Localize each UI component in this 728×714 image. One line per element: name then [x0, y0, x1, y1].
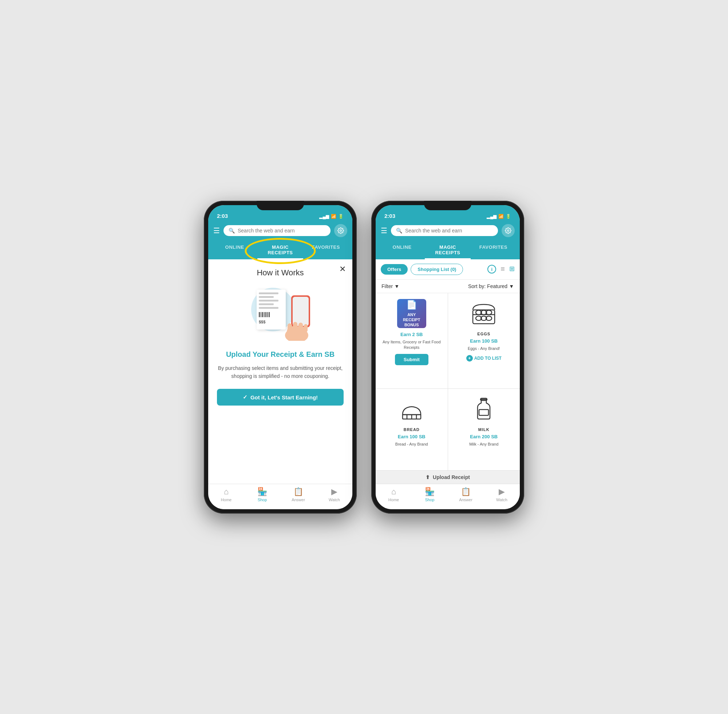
sort-label: Sort by: Featured	[468, 284, 507, 289]
header-1: ☰ 🔍	[208, 221, 352, 241]
eggs-name: EGGS	[477, 332, 490, 336]
signal-icon: ▂▄▆	[319, 214, 329, 219]
bottom-nav-2: ⌂ Home 🏪 Shop 📋 Answer ▶ Watch	[376, 484, 520, 509]
shop-icon-1: 🏪	[257, 487, 267, 496]
search-bar-2[interactable]: 🔍	[391, 225, 498, 236]
notch-2	[424, 201, 471, 210]
filter-button[interactable]: Filter ▼	[382, 284, 399, 289]
answer-icon-1: 📋	[293, 487, 303, 496]
nav-answer-label-1: Answer	[292, 498, 305, 502]
nav-shop-label-2: Shop	[425, 498, 435, 502]
nav-watch-2[interactable]: ▶ Watch	[484, 487, 520, 502]
shop-icon-2: 🏪	[425, 487, 435, 496]
product-card-eggs: EGGS Earn 100 SB Eggs - Any Brand! + ADD…	[448, 293, 520, 388]
list-view-icon[interactable]: ≡	[501, 265, 505, 273]
search-bar-1[interactable]: 🔍	[224, 225, 331, 236]
upload-receipt-label: Upload Receipt	[433, 474, 470, 480]
nav-watch-label-1: Watch	[329, 498, 340, 502]
screen-2: 2:03 ▂▄▆ 📶 🔋 ☰ 🔍	[376, 205, 520, 509]
screen-1: 2:03 ▂▄▆ 📶 🔋 ☰ 🔍	[208, 205, 352, 509]
gear-button-1[interactable]	[334, 224, 347, 237]
tab-magic-receipts-2[interactable]: MAGIC RECEIPTS	[425, 241, 470, 260]
tabs-container-1: ONLINE MAGIC RECEIPTS FAVORITES	[208, 241, 352, 260]
notch-1	[257, 201, 304, 210]
product-card-milk: MILK Earn 200 SB Milk - Any Brand	[448, 389, 520, 470]
upload-receipt-bar[interactable]: ⬆ Upload Receipt	[376, 470, 520, 484]
gear-button-2[interactable]	[502, 224, 515, 237]
hamburger-icon[interactable]: ☰	[213, 226, 220, 235]
search-input-2[interactable]	[405, 228, 493, 234]
filter-sort-row: Filter ▼ Sort by: Featured ▼	[376, 280, 520, 293]
nav-shop-label-1: Shop	[258, 498, 267, 502]
nav-home-label-1: Home	[221, 498, 232, 502]
grid-view-icon[interactable]: ⊞	[509, 265, 515, 273]
nav-home-1[interactable]: ⌂ Home	[208, 487, 244, 502]
subtab-offers[interactable]: Offers	[381, 264, 408, 274]
home-icon-2: ⌂	[391, 487, 396, 496]
status-time-1: 2:03	[217, 213, 228, 219]
svg-rect-2	[293, 297, 309, 326]
info-icon[interactable]: i	[487, 265, 496, 273]
nav-watch-1[interactable]: ▶ Watch	[316, 487, 352, 502]
product-card-bread: BREAD Earn 100 SB Bread - Any Brand	[376, 389, 448, 470]
any-receipt-earn: Earn 2 SB	[400, 332, 423, 337]
filter-label: Filter	[382, 284, 393, 289]
tab-magic-receipts-1[interactable]: MAGIC RECEIPTS	[257, 241, 303, 260]
add-to-list-eggs-button[interactable]: + ADD TO LIST	[466, 355, 502, 362]
receipt-illustration: $$$	[244, 284, 317, 342]
nav-shop-1[interactable]: 🏪 Shop	[244, 487, 280, 502]
svg-point-9	[507, 230, 509, 231]
home-icon-1: ⌂	[224, 487, 229, 496]
upload-title: Upload Your Receipt & Earn SB	[226, 350, 334, 359]
bread-image	[397, 394, 426, 424]
svg-rect-6	[293, 322, 297, 332]
any-receipt-text: ANY RECEIPT BONUS	[400, 312, 423, 328]
battery-icon: 🔋	[338, 214, 344, 219]
receipt-line-5	[259, 307, 278, 309]
eggs-image	[469, 299, 498, 328]
products-grid: 📄 ANY RECEIPT BONUS Earn 2 SB Any Items,…	[376, 293, 520, 470]
phones-container: 2:03 ▂▄▆ 📶 🔋 ☰ 🔍	[204, 201, 524, 514]
status-icons-2: ▂▄▆ 📶 🔋	[487, 214, 511, 219]
nav-home-2[interactable]: ⌂ Home	[376, 487, 412, 502]
upload-icon: ⬆	[426, 474, 430, 480]
tab-online-1[interactable]: ONLINE	[212, 241, 257, 260]
nav-home-label-2: Home	[388, 498, 399, 502]
tabs-2: ONLINE MAGIC RECEIPTS FAVORITES	[376, 241, 520, 260]
status-time-2: 2:03	[384, 213, 395, 219]
nav-answer-2[interactable]: 📋 Answer	[448, 487, 484, 502]
sub-tabs: Offers Shopping List (0) i ≡ ⊞	[376, 260, 520, 280]
tab-favorites-1[interactable]: FAVORITES	[303, 241, 349, 260]
sort-button[interactable]: Sort by: Featured ▼	[468, 284, 514, 289]
signal-icon-2: ▂▄▆	[487, 214, 496, 219]
receipt-icon-inner: 📄	[406, 299, 417, 310]
got-it-button[interactable]: ✓ Got it, Let's Start Earning!	[217, 389, 344, 405]
eggs-desc: Eggs - Any Brand!	[468, 346, 500, 351]
milk-name: MILK	[478, 428, 490, 432]
modal-content: ✕ How it Works	[208, 260, 352, 484]
svg-rect-8	[304, 324, 308, 332]
close-button[interactable]: ✕	[339, 264, 346, 274]
nav-shop-2[interactable]: 🏪 Shop	[412, 487, 448, 502]
watch-icon-2: ▶	[499, 487, 505, 496]
answer-icon-2: 📋	[461, 487, 471, 496]
search-input-1[interactable]	[238, 228, 325, 234]
hamburger-icon-2[interactable]: ☰	[381, 226, 387, 235]
filter-chevron-icon: ▼	[394, 284, 399, 289]
bread-desc: Bread - Any Brand	[395, 442, 428, 447]
receipt-line-2	[259, 296, 274, 298]
battery-icon-2: 🔋	[505, 214, 511, 219]
nav-answer-1[interactable]: 📋 Answer	[280, 487, 316, 502]
subtab-shopping-list[interactable]: Shopping List (0)	[411, 264, 463, 275]
any-receipt-desc: Any Items, Grocery or Fast Food Receipts	[380, 339, 443, 351]
svg-rect-7	[298, 322, 303, 332]
upload-description: By purchasing select items and submittin…	[217, 364, 344, 381]
sub-tab-icons: i ≡ ⊞	[487, 265, 515, 273]
receipt-barcode	[259, 312, 284, 317]
svg-rect-5	[287, 323, 292, 333]
product-card-any-receipt: 📄 ANY RECEIPT BONUS Earn 2 SB Any Items,…	[376, 293, 448, 388]
submit-button[interactable]: Submit	[395, 354, 429, 365]
tab-online-2[interactable]: ONLINE	[379, 241, 425, 260]
tab-favorites-2[interactable]: FAVORITES	[471, 241, 516, 260]
phone-2: 2:03 ▂▄▆ 📶 🔋 ☰ 🔍	[371, 201, 524, 514]
